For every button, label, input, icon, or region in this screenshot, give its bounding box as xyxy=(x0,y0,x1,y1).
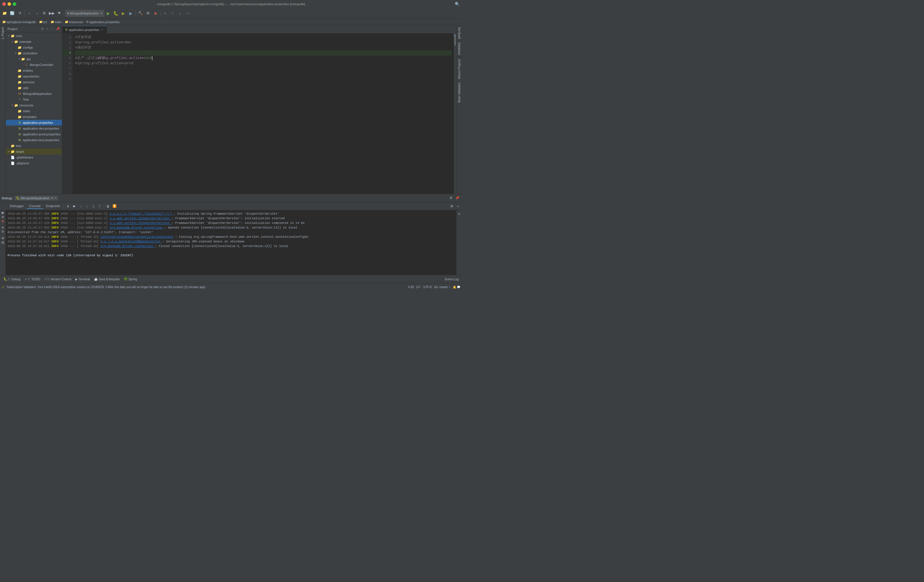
tree-item-test-root[interactable]: 📁 test xyxy=(6,143,62,149)
panel-pin-button[interactable]: 📌 xyxy=(56,26,60,31)
resume-button[interactable]: ▶ xyxy=(1,211,5,214)
line-ending[interactable]: LF÷ xyxy=(416,285,421,289)
console-clear-button[interactable]: 🗑 xyxy=(105,203,111,209)
tree-item-entities[interactable]: 📁 entities xyxy=(6,68,62,74)
log-class-link-4[interactable]: org.mongodb.driver.connection xyxy=(110,226,164,229)
tree-item-mongodbapplication[interactable]: M MongodbApplication xyxy=(6,91,62,97)
profile-button[interactable]: ▶ xyxy=(127,10,135,17)
open-folder-button[interactable]: 📁 xyxy=(1,10,8,17)
run-button[interactable]: ▶ xyxy=(105,10,112,17)
tree-item-application-test[interactable]: ⚙ application-test.properties xyxy=(6,137,62,143)
log-class-link[interactable]: o.a.c.c.C.[Tomcat].[localhost].[/] xyxy=(110,212,173,216)
notification-icon-2[interactable]: 💬 xyxy=(457,285,460,289)
maximize-button[interactable] xyxy=(13,2,16,6)
log-class-link-6[interactable]: o.s.j.e.a.AnnotationMBeanExporter xyxy=(101,240,162,243)
log-class-link-5[interactable]: ConfigServletWebServerApplicationContext xyxy=(101,235,173,239)
editor-tab-application-properties[interactable]: ⚙ application.properties × xyxy=(62,26,107,33)
git-pull-button[interactable]: ↓ xyxy=(177,10,184,17)
debug-session-selector[interactable]: 🐛 MongodbApplication ▼ × xyxy=(15,196,58,201)
notification-icon-1[interactable]: 🔔 xyxy=(453,285,456,289)
mute-breakpoints-button[interactable]: ⊘ xyxy=(1,230,5,233)
tree-item-gitattributes[interactable]: 📄 .gitattributes xyxy=(6,155,62,160)
breadcrumb-src[interactable]: 📁 src xyxy=(39,20,48,24)
event-log-btn[interactable]: Event Log xyxy=(443,277,460,282)
cursor-position[interactable]: 4:28 xyxy=(408,285,414,289)
spring-tool-window-btn[interactable]: 🌿 Spring xyxy=(122,277,139,282)
tree-item-resources[interactable]: ▾ 📁 resources xyxy=(6,102,62,108)
reload-button[interactable]: ↺ xyxy=(16,10,23,17)
traffic-lights[interactable] xyxy=(2,2,16,6)
structure-button[interactable]: ⚙ xyxy=(41,10,48,17)
todo-tool-window-btn[interactable]: ✓ 6: TODO xyxy=(23,277,42,282)
tab-endpoints[interactable]: Endpoints xyxy=(44,204,63,209)
build-button[interactable]: 🔨 xyxy=(137,10,144,17)
tab-debugger[interactable]: Debugger xyxy=(8,204,26,209)
ant-build-panel-toggle[interactable]: Ant Build xyxy=(457,25,462,41)
run-all-button[interactable]: ▶▶ xyxy=(48,10,55,17)
layout-button[interactable]: ⊞ xyxy=(1,241,5,244)
more-button[interactable]: ⋯ xyxy=(184,10,191,17)
debug-tool-window-btn[interactable]: 🐛 5: Debug xyxy=(2,277,22,282)
tree-item-target[interactable]: ▾ 📁 target xyxy=(6,149,62,155)
session-close-icon[interactable]: × xyxy=(54,196,56,199)
database-panel-toggle[interactable]: Database xyxy=(457,41,462,57)
tree-item-test[interactable]: T Test xyxy=(6,97,62,102)
panel-expand-button[interactable]: + xyxy=(45,26,50,31)
panel-collapse-button[interactable]: − xyxy=(50,26,55,31)
console-output[interactable]: 2018-06-25 14:26:47.305 INFO 3498 --- [n… xyxy=(6,210,456,275)
console-tool-4[interactable]: ↑ xyxy=(84,203,90,209)
pause-button[interactable]: ⏸ xyxy=(1,215,5,219)
tree-item-api[interactable]: ▾ 📁 api xyxy=(6,56,62,62)
breadcrumb-project[interactable]: 📁 springboot-mongodb xyxy=(2,20,36,24)
console-tool-1[interactable]: ⏸ xyxy=(65,203,71,209)
tree-item-mongocontroller[interactable]: C MongoController xyxy=(6,62,62,68)
terminal-tool-window-btn[interactable]: ▶ Terminal xyxy=(73,277,92,282)
close-panel-button[interactable]: × xyxy=(455,203,461,209)
sync-button[interactable]: 🔄 xyxy=(9,10,16,17)
maven-panel-toggle[interactable]: Maven Projects xyxy=(457,57,462,81)
stop-debug-button[interactable]: ■ xyxy=(1,219,5,223)
java-enterprise-tool-window-btn[interactable]: ☕ Java Enterprise xyxy=(92,277,122,282)
run-configuration-selector[interactable]: ■ MongodbApplication ▼ xyxy=(65,10,104,17)
console-tool-2[interactable]: ▶ xyxy=(71,203,77,209)
restore-layout-button[interactable]: ⊞ xyxy=(449,203,454,209)
console-tool-6[interactable]: ⤴ xyxy=(97,203,103,209)
vcs-branch[interactable]: Git: master ÷ xyxy=(434,285,450,289)
breadcrumb-file[interactable]: ⚙ application.properties xyxy=(86,20,120,24)
log-class-link-3[interactable]: o.s.web.servlet.DispatcherServlet xyxy=(110,221,172,225)
tree-item-application-properties[interactable]: ⚙ application.properties xyxy=(6,120,62,125)
stop-button[interactable]: ■ xyxy=(152,10,159,17)
structure-view-button[interactable]: ≡ xyxy=(457,211,462,216)
tree-item-com[interactable]: ▾ 📁 com. xyxy=(6,33,62,39)
tree-item-utils[interactable]: 📁 utils xyxy=(6,85,62,91)
tree-item-application-dev[interactable]: ⚙ application-dev.properties xyxy=(6,125,62,131)
vcs-tool-window-btn[interactable]: ⑃ 9: Version Control xyxy=(43,277,73,282)
tree-item-repositories[interactable]: 📁 repositories xyxy=(6,74,62,79)
coverage-run-button[interactable]: ▶ xyxy=(120,10,127,17)
tree-item-example[interactable]: ▾ 📁 example xyxy=(6,39,62,45)
console-tool-5[interactable]: ⤵ xyxy=(91,203,96,209)
debug-settings-button[interactable]: ⚙ xyxy=(448,195,454,201)
tree-item-services[interactable]: 📁 services xyxy=(6,79,62,85)
tab-console[interactable]: Console xyxy=(26,204,43,209)
code-content[interactable]: #开发环境 #spring.profiles.active=dev #测试环境 … xyxy=(73,33,454,194)
log-class-link-2[interactable]: o.s.web.servlet.DispatcherServlet xyxy=(110,217,172,220)
git-push-button[interactable]: ↑ xyxy=(169,10,176,17)
panel-settings-button[interactable]: ⚙ xyxy=(40,26,45,31)
tree-item-templates[interactable]: 📁 templates xyxy=(6,114,62,120)
view-breakpoints-button[interactable]: ● xyxy=(1,226,5,229)
build-all-button[interactable]: ⚙ xyxy=(145,10,152,17)
tree-item-configs[interactable]: 📁 configs xyxy=(6,45,62,50)
minimize-button[interactable] xyxy=(8,2,11,6)
forward-button[interactable]: → xyxy=(33,10,40,17)
debug-button[interactable]: 🐛 xyxy=(112,10,119,17)
bean-validation-panel-toggle[interactable]: Bean Validation xyxy=(457,81,462,104)
console-scroll-end-button[interactable]: ⏬ xyxy=(112,203,117,209)
console-tool-3[interactable]: ↓ xyxy=(78,203,84,209)
file-encoding[interactable]: UTF-8 xyxy=(423,285,431,289)
log-class-link-7[interactable]: org.mongodb.driver.connection xyxy=(101,244,155,248)
tree-item-gitignore[interactable]: 📄 .gitignore xyxy=(6,160,62,166)
project-panel-toggle[interactable]: 1: Project xyxy=(0,25,5,41)
close-button[interactable] xyxy=(2,2,6,6)
search-icon[interactable]: 🔍 xyxy=(455,2,460,7)
